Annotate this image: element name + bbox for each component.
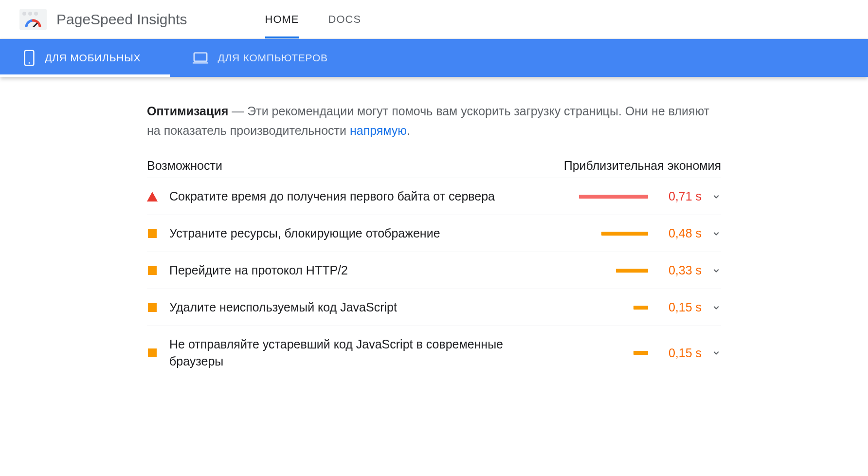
chevron-down-icon bbox=[702, 303, 721, 312]
opportunity-title: Перейдите на протокол HTTP/2 bbox=[169, 262, 561, 279]
device-tab-label: ДЛЯ МОБИЛЬНЫХ bbox=[45, 52, 141, 64]
link-directly[interactable]: напрямую bbox=[350, 124, 407, 137]
device-bar: ДЛЯ МОБИЛЬНЫХДЛЯ КОМПЬЮТЕРОВ bbox=[0, 39, 868, 77]
nav-tab-docs[interactable]: DOCS bbox=[328, 0, 362, 38]
severity-icon bbox=[147, 192, 158, 201]
opportunity-row[interactable]: Не отправляйте устаревший код JavaScript… bbox=[147, 326, 721, 380]
pagespeed-logo-icon bbox=[19, 9, 47, 30]
savings-bar-wrap bbox=[561, 351, 658, 355]
opportunity-title: Удалите неиспользуемый код JavaScript bbox=[169, 299, 561, 316]
chevron-down-icon bbox=[702, 348, 721, 358]
triangle-icon bbox=[147, 192, 158, 201]
savings-value: 0,15 s bbox=[658, 300, 702, 314]
desktop-icon bbox=[192, 51, 209, 65]
nav-tab-home[interactable]: HOME bbox=[265, 0, 299, 38]
square-icon bbox=[148, 303, 157, 312]
savings-bar-wrap bbox=[561, 269, 658, 273]
savings-bar bbox=[616, 269, 648, 273]
svg-rect-3 bbox=[194, 53, 207, 61]
opportunity-title: Сократите время до получения первого бай… bbox=[169, 188, 561, 205]
savings-value: 0,33 s bbox=[658, 263, 702, 277]
savings-bar bbox=[579, 195, 648, 199]
opportunity-row[interactable]: Удалите неиспользуемый код JavaScript0,1… bbox=[147, 289, 721, 326]
svg-point-2 bbox=[29, 62, 30, 64]
savings-bar-wrap bbox=[561, 232, 658, 236]
savings-bar bbox=[633, 351, 648, 355]
app-title: PageSpeed Insights bbox=[56, 11, 187, 28]
opportunity-title: Не отправляйте устаревший код JavaScript… bbox=[169, 336, 561, 370]
section-intro: Оптимизация — Эти рекомендации могут пом… bbox=[147, 101, 721, 140]
chevron-down-icon bbox=[702, 229, 721, 238]
square-icon bbox=[148, 229, 157, 238]
savings-bar bbox=[601, 232, 648, 236]
opportunity-row[interactable]: Сократите время до получения первого бай… bbox=[147, 178, 721, 215]
chevron-down-icon bbox=[702, 192, 721, 201]
col-savings: Приблизительная экономия bbox=[564, 159, 721, 173]
nav-tabs: HOMEDOCS bbox=[265, 0, 362, 38]
header: PageSpeed Insights HOMEDOCS bbox=[0, 0, 868, 39]
severity-icon bbox=[147, 266, 158, 275]
device-tab-mobile[interactable]: ДЛЯ МОБИЛЬНЫХ bbox=[0, 39, 170, 77]
opportunity-row[interactable]: Устраните ресурсы, блокирующие отображен… bbox=[147, 215, 721, 252]
severity-icon bbox=[147, 229, 158, 238]
severity-icon bbox=[147, 303, 158, 312]
square-icon bbox=[148, 266, 157, 275]
col-opportunities: Возможности bbox=[147, 159, 222, 173]
device-tab-label: ДЛЯ КОМПЬЮТЕРОВ bbox=[217, 52, 327, 64]
opportunity-title: Устраните ресурсы, блокирующие отображен… bbox=[169, 225, 561, 242]
device-tab-desktop[interactable]: ДЛЯ КОМПЬЮТЕРОВ bbox=[170, 39, 357, 77]
section-title: Оптимизация bbox=[147, 104, 228, 118]
content: Оптимизация — Эти рекомендации могут пом… bbox=[137, 77, 731, 399]
opportunities-list: Сократите время до получения первого бай… bbox=[147, 178, 721, 380]
logo-group: PageSpeed Insights bbox=[19, 9, 187, 30]
savings-value: 0,48 s bbox=[658, 226, 702, 240]
severity-icon bbox=[147, 348, 158, 357]
savings-bar-wrap bbox=[561, 306, 658, 310]
savings-bar bbox=[633, 306, 648, 310]
svg-line-0 bbox=[33, 23, 37, 27]
table-head: Возможности Приблизительная экономия bbox=[147, 159, 721, 178]
savings-value: 0,71 s bbox=[658, 189, 702, 203]
opportunity-row[interactable]: Перейдите на протокол HTTP/20,33 s bbox=[147, 252, 721, 289]
savings-bar-wrap bbox=[561, 195, 658, 199]
square-icon bbox=[148, 348, 157, 357]
savings-value: 0,15 s bbox=[658, 346, 702, 360]
chevron-down-icon bbox=[702, 266, 721, 275]
mobile-icon bbox=[22, 50, 36, 66]
